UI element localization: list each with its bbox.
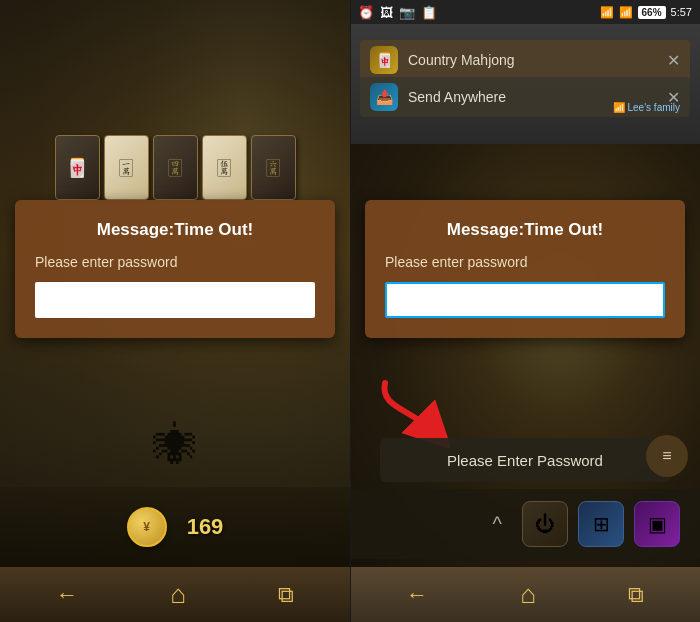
mahjong-tiles-decoration: 🀄 🀇 🀊 🀋 🀌: [20, 60, 330, 200]
tile-1: 🀄: [55, 135, 100, 200]
signal-icon: 📶: [619, 6, 633, 19]
grid-app-icon[interactable]: ⊞: [578, 501, 624, 547]
left-dialog-title: Message:Time Out!: [35, 220, 315, 240]
power-icon-symbol: ⏻: [535, 513, 555, 536]
purple-app-icon[interactable]: ▣: [634, 501, 680, 547]
purple-icon-symbol: ▣: [648, 512, 667, 536]
status-bar: ⏰ 🖼 📷 📋 📶 📶 66% 5:57: [350, 0, 700, 24]
mahjong-app-icon: 🀄: [370, 46, 398, 74]
time-display: 5:57: [671, 6, 692, 18]
home-button-right[interactable]: ⌂: [520, 579, 536, 610]
grid-icon-symbol: ⊞: [593, 512, 610, 536]
left-nav-bar: ← ⌂ ⧉: [0, 567, 350, 622]
tile-3: 🀊: [153, 135, 198, 200]
coin-icon: ¥: [127, 507, 167, 547]
menu-icon: ≡: [662, 447, 671, 465]
tile-4: 🀋: [202, 135, 247, 200]
gallery-icon: 📷: [399, 5, 415, 20]
alarm-icon: ⏰: [358, 5, 374, 20]
mini-apps-bar: ^ ⏻ ⊞ ▣: [350, 489, 700, 559]
app-switcher: 🀄 Country Mahjong ✕ 📤 Send Anywhere ✕ 📶 …: [350, 24, 700, 144]
right-password-input[interactable]: [385, 282, 665, 318]
right-dialog-title: Message:Time Out!: [385, 220, 665, 240]
panel-divider: [350, 0, 351, 622]
wifi-banner: 📶 Lee's family: [613, 102, 681, 113]
left-dialog-subtitle: Please enter password: [35, 254, 315, 270]
wifi-small-icon: 📶: [613, 102, 625, 113]
score-display: 169: [187, 514, 224, 540]
left-panel: 🀄 🀇 🀊 🀋 🀌 Message:Time Out! Please enter…: [0, 0, 350, 622]
wifi-network-name: Lee's family: [628, 102, 681, 113]
mahjong-close-button[interactable]: ✕: [667, 51, 680, 70]
chevron-up-icon[interactable]: ^: [493, 513, 502, 536]
tile-2: 🀇: [104, 135, 149, 200]
status-right-area: 📶 📶 66% 5:57: [600, 6, 692, 19]
multitask-button-left[interactable]: ⧉: [278, 582, 294, 608]
back-button-left[interactable]: ←: [56, 582, 78, 608]
left-dialog: Message:Time Out! Please enter password: [15, 200, 335, 338]
enter-password-button[interactable]: Please Enter Password: [380, 438, 670, 482]
spider-decoration: 🕷: [153, 420, 198, 472]
mahjong-app-label: Country Mahjong: [408, 52, 667, 68]
coin-label: ¥: [143, 520, 150, 534]
back-button-right[interactable]: ←: [406, 582, 428, 608]
send-anywhere-app-icon: 📤: [370, 83, 398, 111]
multitask-button-right[interactable]: ⧉: [628, 582, 644, 608]
tile-5: 🀌: [251, 135, 296, 200]
switcher-item-mahjong[interactable]: 🀄 Country Mahjong ✕: [360, 40, 690, 80]
status-icons: ⏰ 🖼 📷 📋: [358, 5, 437, 20]
right-dialog-subtitle: Please enter password: [385, 254, 665, 270]
wifi-icon: 📶: [600, 6, 614, 19]
right-nav-bar: ← ⌂ ⧉: [350, 567, 700, 622]
switcher-item-send-anywhere[interactable]: 📤 Send Anywhere ✕ 📶 Lee's family: [360, 77, 690, 117]
right-dialog: Message:Time Out! Please enter password: [365, 200, 685, 338]
notification-icon: 📋: [421, 5, 437, 20]
right-panel: ⏰ 🖼 📷 📋 📶 📶 66% 5:57 🀄 Country Mahjong ✕…: [350, 0, 700, 622]
power-app-icon[interactable]: ⏻: [522, 501, 568, 547]
menu-button[interactable]: ≡: [646, 435, 688, 477]
bottom-decoration: ¥ 169: [0, 487, 350, 567]
photo-icon: 🖼: [380, 5, 393, 20]
enter-password-button-label: Please Enter Password: [447, 452, 603, 469]
battery-indicator: 66%: [638, 6, 666, 19]
left-password-input[interactable]: [35, 282, 315, 318]
home-button-left[interactable]: ⌂: [170, 579, 186, 610]
